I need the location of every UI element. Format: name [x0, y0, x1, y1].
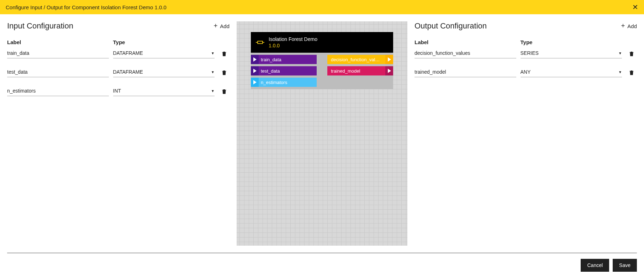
add-output-label: Add [627, 23, 637, 29]
input-port[interactable]: test_data [251, 66, 317, 75]
dialog-footer: Cancel Save [0, 253, 644, 272]
port-label: n_estimators [261, 80, 287, 85]
main-content: Input Configuration Add Label Type DATAF… [0, 14, 644, 253]
add-input-label: Add [220, 23, 229, 29]
input-port[interactable]: n_estimators [251, 78, 317, 87]
input-action-header [219, 39, 229, 45]
input-type-select[interactable]: DATAFRAME▼ [113, 67, 215, 77]
component-titles: Isolation Forest Demo 1.0.0 [269, 36, 317, 48]
output-type-value: SERIES [521, 50, 539, 56]
ports-area: train_datatest_datan_estimators decision… [251, 53, 393, 89]
port-connector-icon [251, 66, 259, 75]
output-row: ANY▼ [415, 67, 637, 77]
delete-output-button[interactable] [626, 69, 637, 77]
input-type-value: INT [113, 88, 121, 94]
output-label-header: Label [415, 39, 516, 45]
chevron-down-icon: ▼ [211, 89, 215, 93]
port-label: trained_model [331, 68, 360, 74]
port-label: train_data [261, 57, 281, 62]
input-row: INT▼ [7, 86, 229, 96]
component-version: 1.0.0 [269, 43, 317, 48]
add-output-button[interactable]: Add [620, 23, 637, 30]
output-type-header: Type [521, 39, 622, 45]
dialog-header: Configure Input / Output for Component I… [0, 0, 644, 14]
input-row: DATAFRAME▼ [7, 48, 229, 58]
input-label-header: Label [7, 39, 109, 45]
output-type-select[interactable]: ANY▼ [521, 67, 622, 77]
input-columns-header: Label Type [7, 39, 229, 45]
output-port[interactable]: trained_model [327, 66, 393, 75]
output-action-header [626, 39, 637, 45]
input-label-input[interactable] [7, 86, 109, 96]
dialog-title: Configure Input / Output for Component I… [6, 4, 167, 10]
input-type-header: Type [113, 39, 215, 45]
input-type-value: DATAFRAME [113, 50, 143, 56]
input-panel-title: Input Configuration [7, 21, 73, 31]
close-icon[interactable]: ✕ [632, 4, 638, 11]
input-config-panel: Input Configuration Add Label Type DATAF… [7, 21, 229, 246]
output-panel-title: Output Configuration [415, 21, 487, 31]
output-row: SERIES▼ [415, 48, 637, 58]
save-button[interactable]: Save [613, 259, 637, 272]
output-label-input[interactable] [415, 67, 516, 77]
port-label: decision_function_val… [331, 57, 380, 62]
port-connector-icon [385, 55, 393, 64]
input-type-select[interactable]: INT▼ [113, 86, 215, 96]
port-connector-icon [385, 66, 393, 75]
canvas-outputs-col: decision_function_val…trained_model [322, 55, 393, 87]
trash-icon [221, 69, 227, 76]
chevron-down-icon: ▼ [211, 51, 215, 55]
chevron-down-icon: ▼ [618, 51, 622, 55]
output-config-panel: Output Configuration Add Label Type SERI… [415, 21, 637, 246]
component-header: Isolation Forest Demo 1.0.0 [251, 32, 393, 53]
svg-rect-2 [258, 41, 263, 44]
input-port[interactable]: train_data [251, 55, 317, 64]
port-connector-icon [251, 78, 259, 87]
chevron-down-icon: ▼ [211, 70, 215, 74]
input-label-input[interactable] [7, 48, 109, 58]
input-type-value: DATAFRAME [113, 69, 143, 75]
delete-output-button[interactable] [626, 51, 637, 58]
component-name: Isolation Forest Demo [269, 36, 317, 42]
output-panel-header: Output Configuration Add [415, 21, 637, 31]
trash-icon [221, 51, 227, 57]
component-icon [256, 39, 264, 46]
delete-input-button[interactable] [219, 69, 229, 77]
trash-icon [628, 69, 635, 76]
output-port[interactable]: decision_function_val… [327, 55, 393, 64]
delete-input-button[interactable] [219, 88, 229, 96]
canvas-panel[interactable]: Isolation Forest Demo 1.0.0 train_datate… [237, 21, 407, 246]
port-connector-icon [251, 55, 259, 64]
input-label-input[interactable] [7, 67, 109, 77]
plus-icon [620, 23, 626, 30]
canvas-inputs-col: train_datatest_datan_estimators [251, 55, 322, 87]
output-columns-header: Label Type [415, 39, 637, 45]
input-type-select[interactable]: DATAFRAME▼ [113, 48, 215, 58]
input-row: DATAFRAME▼ [7, 67, 229, 77]
cancel-button[interactable]: Cancel [581, 259, 609, 272]
chevron-down-icon: ▼ [618, 70, 622, 74]
output-rows-container: SERIES▼ANY▼ [415, 48, 637, 77]
component-node[interactable]: Isolation Forest Demo 1.0.0 train_datate… [251, 32, 393, 89]
output-type-value: ANY [521, 69, 531, 75]
output-label-input[interactable] [415, 48, 516, 58]
plus-icon [213, 23, 218, 30]
input-panel-header: Input Configuration Add [7, 21, 229, 31]
trash-icon [221, 88, 227, 95]
add-input-button[interactable]: Add [213, 23, 229, 30]
port-label: test_data [261, 68, 280, 74]
input-rows-container: DATAFRAME▼DATAFRAME▼INT▼ [7, 48, 229, 96]
output-type-select[interactable]: SERIES▼ [521, 48, 622, 58]
trash-icon [628, 51, 635, 57]
delete-input-button[interactable] [219, 51, 229, 58]
